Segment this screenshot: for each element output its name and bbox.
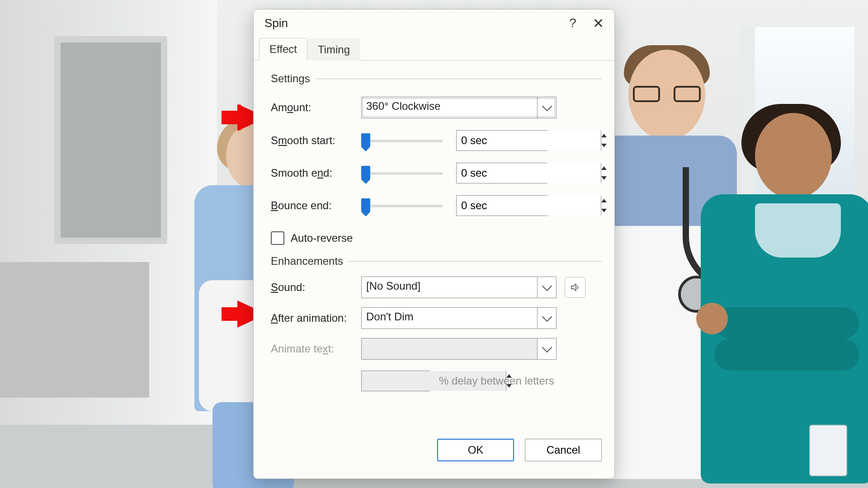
row-after-animation: After animation: Don't Dim bbox=[271, 307, 602, 329]
triangle-up-icon bbox=[601, 166, 607, 170]
help-icon: ? bbox=[569, 16, 576, 30]
combobox-animate-text-value bbox=[362, 338, 537, 359]
group-enhancements: Enhancements bbox=[271, 255, 602, 267]
slider-smooth-start[interactable] bbox=[361, 132, 443, 149]
spin-up[interactable] bbox=[601, 163, 607, 173]
close-button[interactable]: ✕ bbox=[585, 12, 611, 34]
triangle-up-icon bbox=[601, 199, 607, 202]
combobox-sound-dropdown[interactable] bbox=[537, 277, 556, 298]
slider-smooth-end[interactable] bbox=[361, 165, 443, 181]
row-auto-reverse: Auto-reverse bbox=[271, 231, 602, 245]
sound-volume-button[interactable] bbox=[565, 277, 585, 298]
combobox-after-animation-value: Don't Dim bbox=[362, 308, 537, 328]
row-smooth-end: Smooth end: bbox=[271, 163, 602, 183]
cancel-button[interactable]: Cancel bbox=[525, 439, 602, 461]
label-delay-letters: % delay between letters bbox=[439, 375, 554, 387]
spinner-smooth-start[interactable] bbox=[456, 130, 547, 151]
label-smooth-end: Smooth end: bbox=[271, 167, 361, 179]
spinner-bounce-end-value[interactable] bbox=[457, 196, 601, 216]
combobox-sound-value: [No Sound] bbox=[362, 277, 537, 298]
spinner-delay-letters bbox=[361, 371, 430, 391]
chevron-down-icon bbox=[542, 343, 552, 353]
label-sound: Sound: bbox=[271, 281, 361, 294]
group-settings: Settings bbox=[271, 72, 602, 85]
dialog-titlebar[interactable]: Spin ? ✕ bbox=[254, 9, 614, 37]
combobox-after-animation[interactable]: Don't Dim bbox=[361, 307, 557, 329]
row-bounce-end: Bounce end: bbox=[271, 195, 602, 216]
tabs: Effect Timing bbox=[254, 37, 614, 61]
spinner-smooth-end[interactable] bbox=[456, 163, 547, 183]
spinner-smooth-end-value[interactable] bbox=[457, 163, 601, 183]
help-button[interactable]: ? bbox=[560, 12, 585, 34]
combobox-amount-value: 360° Clockwise bbox=[362, 97, 537, 118]
slider-thumb[interactable] bbox=[361, 133, 370, 147]
person-nurse-right bbox=[687, 113, 868, 488]
chevron-down-icon bbox=[542, 101, 552, 112]
slider-bounce-end[interactable] bbox=[361, 197, 443, 214]
checkbox-auto-reverse[interactable] bbox=[271, 231, 284, 245]
spinner-bounce-end[interactable] bbox=[456, 195, 547, 216]
close-icon: ✕ bbox=[593, 15, 604, 31]
chevron-down-icon bbox=[542, 312, 552, 322]
spin-effect-dialog: Spin ? ✕ Effect Timing Settings Amount: … bbox=[253, 9, 615, 479]
combobox-sound[interactable]: [No Sound] bbox=[361, 277, 557, 298]
label-auto-reverse: Auto-reverse bbox=[291, 232, 353, 244]
spinner-smooth-start-value[interactable] bbox=[457, 131, 601, 150]
row-sound: Sound: [No Sound] bbox=[271, 277, 602, 298]
slider-thumb[interactable] bbox=[361, 166, 370, 179]
label-amount: Amount: bbox=[271, 101, 361, 114]
slider-thumb[interactable] bbox=[361, 198, 370, 212]
tab-timing[interactable]: Timing bbox=[307, 38, 360, 61]
tab-panel-effect: Settings Amount: 360° Clockwise Smooth s… bbox=[254, 61, 614, 429]
triangle-down-icon bbox=[601, 144, 607, 147]
row-delay-letters: % delay between letters bbox=[361, 371, 602, 391]
triangle-down-icon bbox=[601, 176, 607, 180]
combobox-amount[interactable]: 360° Clockwise bbox=[361, 97, 557, 118]
spin-up[interactable] bbox=[601, 131, 607, 141]
spin-up[interactable] bbox=[601, 196, 607, 206]
svg-marker-3 bbox=[571, 284, 576, 291]
tab-effect[interactable]: Effect bbox=[259, 38, 307, 61]
label-animate-text: Animate text: bbox=[271, 343, 361, 355]
triangle-up-icon bbox=[601, 134, 607, 137]
chevron-down-icon bbox=[542, 281, 552, 291]
speaker-icon bbox=[570, 282, 580, 292]
label-bounce-end: Bounce end: bbox=[271, 199, 361, 212]
dialog-footer: OK Cancel bbox=[254, 429, 614, 479]
row-amount: Amount: 360° Clockwise bbox=[271, 97, 602, 118]
ok-button[interactable]: OK bbox=[437, 439, 514, 461]
dialog-title: Spin bbox=[264, 16, 288, 30]
spin-down[interactable] bbox=[601, 173, 607, 183]
combobox-amount-dropdown[interactable] bbox=[537, 97, 556, 118]
row-smooth-start: Smooth start: bbox=[271, 130, 602, 151]
triangle-down-icon bbox=[601, 209, 607, 212]
label-smooth-start: Smooth start: bbox=[271, 134, 361, 147]
combobox-after-animation-dropdown[interactable] bbox=[537, 308, 556, 328]
spin-down[interactable] bbox=[601, 206, 607, 216]
label-after-animation: After animation: bbox=[271, 312, 361, 324]
row-animate-text: Animate text: bbox=[271, 338, 602, 360]
spin-down[interactable] bbox=[601, 141, 607, 150]
combobox-animate-text-dropdown bbox=[537, 338, 556, 359]
combobox-animate-text bbox=[361, 338, 557, 360]
